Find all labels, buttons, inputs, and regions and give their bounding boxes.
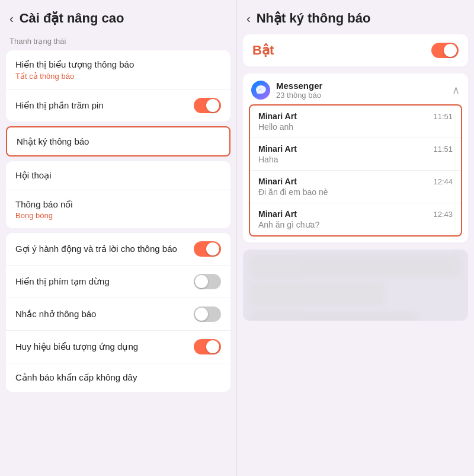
left-header: ‹ Cài đặt nâng cao [0,0,236,32]
notif-msg-0: Hello anh [258,122,453,132]
notif-sender-0: Minari Art [258,111,297,121]
setting-hoi-thoai-label: Hội thoại [15,170,221,181]
notif-item-1[interactable]: Minari Art 11:51 Haha [250,138,461,171]
bat-section: Bật [243,34,468,66]
messenger-count: 23 thông báo [276,91,322,100]
toggle-huy-hieu[interactable] [194,339,221,354]
messenger-header[interactable]: Messenger 23 thông báo ∧ [243,74,468,104]
card-hoi-thoai: Hội thoại Thông báo nổi Bong bóng [6,161,230,228]
setting-phim-tam-dung-label: Hiển thị phím tạm dừng [15,276,194,287]
setting-bieu-tuong[interactable]: Hiển thị biểu tượng thông báo Tất cả thô… [6,50,230,90]
notif-time-1: 11:51 [433,145,453,154]
setting-phim-tam-dung[interactable]: Hiển thị phím tạm dừng [6,266,230,298]
notif-msg-2: Đi ăn đi em bao nè [258,187,453,197]
setting-thong-bao-noi-label: Thông báo nổi [15,199,73,210]
back-arrow-right[interactable]: ‹ [246,12,251,25]
setting-phan-tram-pin[interactable]: Hiển thị phần trăm pin [6,90,230,122]
left-panel-title: Cài đặt nâng cao [20,11,124,26]
setting-bieu-tuong-label: Hiển thị biểu tượng thông báo [15,59,134,71]
setting-huy-hieu-label: Huy hiệu biểu tượng ứng dụng [15,341,194,353]
chevron-up-icon[interactable]: ∧ [452,84,460,97]
toggle-bat[interactable] [431,43,459,58]
notif-row-3: Minari Art 12:43 [258,209,453,219]
notif-item-0[interactable]: Minari Art 11:51 Hello anh [250,106,461,138]
messenger-name: Messenger [276,81,322,91]
notif-item-3[interactable]: Minari Art 12:43 Anh ăn gì chưa? [250,203,461,235]
setting-huy-hieu[interactable]: Huy hiệu biểu tượng ứng dụng [6,331,230,363]
right-panel: ‹ Nhật ký thông báo Bật Messenger 23 thô… [237,0,474,476]
left-panel: ‹ Cài đặt nâng cao Thanh trạng thái Hiển… [0,0,237,476]
setting-nhat-ky[interactable]: Nhật ký thông báo [7,127,229,156]
right-panel-title: Nhật ký thông báo [257,11,371,26]
section-label: Thanh trạng thái [0,32,236,48]
blur-item-3 [250,311,419,321]
setting-nhac-nho[interactable]: Nhắc nhở thông báo [6,298,230,331]
setting-thong-bao-noi[interactable]: Thông báo nổi Bong bóng [6,190,230,229]
highlight-nhat-ky[interactable]: Nhật ký thông báo [6,126,230,157]
setting-hoi-thoai[interactable]: Hội thoại [6,161,230,190]
back-arrow-left[interactable]: ‹ [9,12,14,25]
setting-canh-bao-label: Cảnh báo khẩn cấp không dây [15,372,221,384]
setting-bieu-tuong-sub: Tất cả thông báo [15,72,134,81]
setting-thong-bao-noi-sub: Bong bóng [15,211,73,220]
blur-item-1 [250,254,461,278]
notification-log: Minari Art 11:51 Hello anh Minari Art 11… [249,104,462,237]
card-status-bar: Hiển thị biểu tượng thông báo Tất cả thô… [6,50,230,122]
notif-time-0: 11:51 [433,112,453,121]
setting-phan-tram-pin-label: Hiển thị phần trăm pin [15,100,194,111]
card-extra-settings: Gợi ý hành động và trả lời cho thông báo… [6,233,230,392]
toggle-phim-tam-dung[interactable] [194,274,221,289]
notif-row-2: Minari Art 12:44 [258,177,453,186]
bat-label: Bật [252,43,274,58]
blurred-section [243,250,468,321]
setting-goi-y-label: Gợi ý hành động và trả lời cho thông báo [15,243,194,255]
setting-nhac-nho-label: Nhắc nhở thông báo [15,308,194,320]
messenger-icon [251,81,270,100]
right-header: ‹ Nhật ký thông báo [237,0,474,32]
notif-msg-1: Haha [258,155,453,164]
notif-time-2: 12:44 [433,177,453,186]
notif-item-2[interactable]: Minari Art 12:44 Đi ăn đi em bao nè [250,171,461,203]
toggle-goi-y[interactable] [194,241,221,257]
messenger-info: Messenger 23 thông báo [276,81,322,100]
notif-row-0: Minari Art 11:51 [258,111,453,121]
setting-canh-bao[interactable]: Cảnh báo khẩn cấp không dây [6,363,230,392]
notif-row-1: Minari Art 11:51 [258,144,453,154]
messenger-left: Messenger 23 thông báo [251,81,322,100]
setting-nhat-ky-label: Nhật ký thông báo [17,136,220,148]
blur-item-2 [250,283,385,306]
messenger-section: Messenger 23 thông báo ∧ Minari Art 11:5… [243,74,468,242]
toggle-nhac-nho[interactable] [194,306,221,322]
notif-time-3: 12:43 [433,210,453,219]
toggle-phan-tram-pin[interactable] [194,98,221,113]
setting-goi-y[interactable]: Gợi ý hành động và trả lời cho thông báo [6,233,230,266]
notif-msg-3: Anh ăn gì chưa? [258,220,453,229]
notif-sender-2: Minari Art [258,177,297,186]
notif-sender-1: Minari Art [258,144,297,154]
notif-sender-3: Minari Art [258,209,297,219]
